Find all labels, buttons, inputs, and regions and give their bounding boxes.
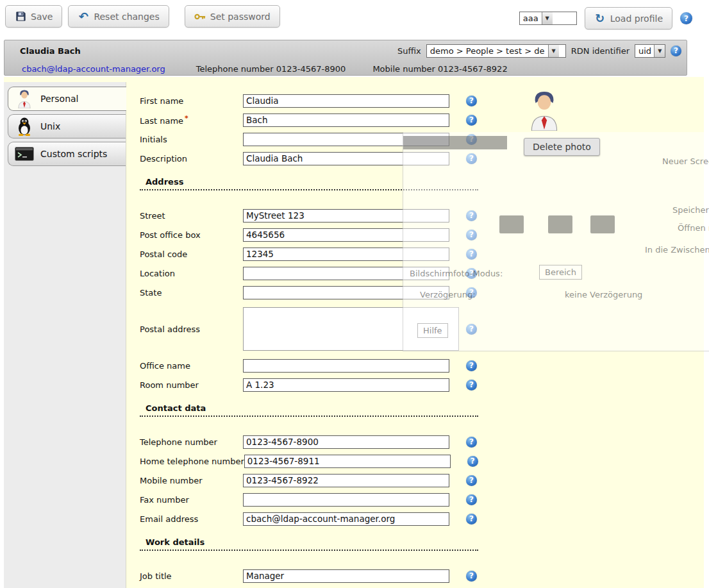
room-number-label: Room number [140, 380, 243, 390]
mobile-number-input[interactable] [243, 474, 449, 487]
mobile-number-label: Mobile number [140, 476, 243, 485]
office-name-input[interactable] [243, 359, 449, 373]
last-name-label: Last name [140, 114, 243, 126]
email-address-row: Email address [126, 509, 704, 528]
help-icon[interactable] [671, 46, 681, 56]
first-name-row: First name [126, 91, 704, 110]
room-number-row: Room number [126, 375, 704, 394]
help-icon[interactable] [466, 153, 477, 164]
street-label: Street [140, 211, 243, 221]
help-icon[interactable] [466, 134, 477, 145]
help-icon[interactable] [466, 514, 477, 525]
help-icon[interactable] [466, 494, 477, 505]
rdn-select-value: uid [635, 45, 654, 57]
help-icon[interactable] [466, 230, 477, 240]
help-icon[interactable] [466, 324, 477, 335]
mobile-number-row: Mobile number [126, 471, 704, 490]
telephone-number-input[interactable] [243, 435, 449, 449]
save-label: Save [31, 12, 53, 22]
job-title-label: Job title [140, 571, 243, 581]
set-password-button[interactable]: Set password [185, 5, 280, 28]
suffix-select[interactable]: demo > People > test > de [426, 44, 566, 58]
help-icon[interactable] [466, 437, 477, 448]
account-header-controls: Suffix demo > People > test > de RDN ide… [397, 44, 681, 58]
load-profile-label: Load profile [610, 13, 663, 24]
initials-row: Initials [126, 130, 704, 149]
location-label: Location [140, 269, 243, 278]
office-name-row: Office name [126, 356, 704, 375]
room-number-input[interactable] [243, 378, 449, 392]
postal-address-textarea[interactable] [243, 307, 459, 351]
help-icon[interactable] [466, 268, 477, 279]
last-name-input[interactable] [243, 113, 449, 127]
help-icon[interactable] [466, 475, 477, 486]
help-icon[interactable] [466, 115, 477, 126]
save-button[interactable]: Save [5, 5, 62, 28]
state-row: State [126, 283, 704, 302]
key-icon [194, 11, 206, 22]
tab-custom-scripts[interactable]: Custom scripts [8, 142, 126, 166]
home-telephone-number-input[interactable] [244, 455, 451, 468]
help-icon[interactable] [466, 571, 477, 582]
post-office-box-input[interactable] [243, 228, 449, 242]
job-title-input[interactable] [243, 569, 449, 583]
telephone-summary: Telephone number 0123-4567-8900 [196, 64, 346, 74]
help-icon[interactable] [466, 380, 477, 391]
toolbar-right: aaa Load profile [519, 7, 692, 29]
photo-block: Delete photo [524, 90, 594, 156]
account-title: Claudia Bach [20, 46, 81, 56]
email-address-input[interactable] [243, 512, 449, 526]
office-name-label: Office name [140, 361, 243, 371]
help-icon[interactable] [466, 210, 477, 221]
help-icon[interactable] [467, 456, 478, 467]
tab-unix[interactable]: Unix [8, 114, 126, 139]
help-icon[interactable] [466, 249, 477, 260]
email-link[interactable]: cbach@ldap-account-manager.org [22, 64, 165, 74]
help-icon[interactable] [466, 96, 477, 106]
job-title-row: Job title [126, 566, 704, 585]
postal-address-label: Postal address [140, 324, 243, 334]
rdn-label: RDN identifier [571, 46, 630, 56]
postal-code-input[interactable] [243, 248, 449, 261]
post-office-box-row: Post office box [126, 225, 704, 244]
fax-number-row: Fax number [126, 490, 704, 509]
postal-code-label: Postal code [140, 249, 243, 259]
chevron-down-icon [548, 45, 559, 57]
set-password-label: Set password [210, 12, 271, 22]
postal-address-row: Postal address [126, 307, 704, 351]
fax-number-input[interactable] [243, 493, 449, 507]
description-label: Description [140, 154, 243, 164]
tux-icon [15, 116, 34, 137]
profile-select[interactable]: aaa [519, 12, 577, 25]
email-address-label: Email address [140, 514, 243, 524]
post-office-box-label: Post office box [140, 230, 243, 240]
home-telephone-number-row: Home telephone number [126, 451, 704, 471]
reset-changes-button[interactable]: Reset changes [68, 5, 169, 28]
terminal-icon [15, 144, 34, 164]
help-icon[interactable] [680, 12, 692, 24]
first-name-input[interactable] [243, 94, 449, 108]
tab-personal[interactable]: Personal [8, 87, 126, 111]
location-input[interactable] [243, 267, 449, 280]
state-input[interactable] [243, 286, 449, 299]
description-input[interactable] [243, 152, 449, 165]
street-input[interactable] [243, 209, 449, 223]
reload-icon [594, 13, 606, 24]
lam-edit-user-page: Save Reset changes Set password aaa Load [0, 0, 709, 588]
state-label: State [140, 288, 243, 298]
help-icon[interactable] [466, 360, 477, 371]
account-header: Claudia Bach Suffix demo > People > test… [4, 40, 687, 76]
rdn-select[interactable]: uid [635, 44, 665, 58]
help-icon[interactable] [466, 287, 477, 298]
undo-icon [78, 11, 89, 22]
suffix-select-value: demo > People > test > de [427, 45, 548, 57]
delete-photo-button[interactable]: Delete photo [524, 138, 600, 156]
tab-custom-scripts-label: Custom scripts [40, 149, 107, 159]
main-area: Personal Unix [4, 77, 704, 588]
suffix-label: Suffix [397, 46, 421, 56]
load-profile-button[interactable]: Load profile [585, 7, 672, 29]
required-marker [185, 114, 188, 122]
initials-input[interactable] [243, 133, 449, 146]
postal-code-row: Postal code [126, 244, 704, 264]
tab-unix-label: Unix [40, 121, 60, 131]
